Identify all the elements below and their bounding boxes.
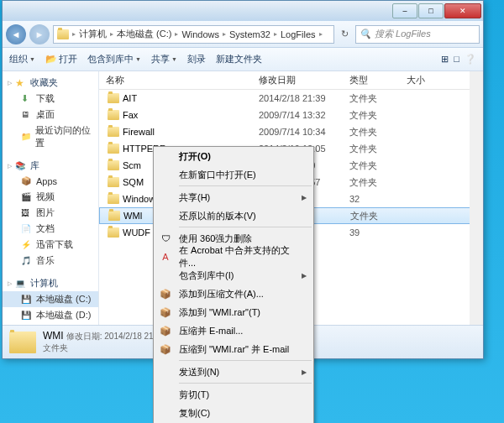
new-folder-button[interactable]: 新建文件夹 [216, 53, 262, 65]
file-name-label: Scm [123, 160, 141, 170]
folder-icon [108, 177, 119, 187]
sidebar-item-xunlei[interactable]: 迅雷下载 [3, 237, 98, 253]
ctx-restore-versions[interactable]: 还原以前的版本(V) [154, 206, 313, 225]
search-icon: 🔍 [360, 29, 371, 39]
sidebar-item-pictures[interactable]: 图片 [3, 205, 98, 221]
sidebar-item-desktop[interactable]: 桌面 [3, 107, 98, 123]
burn-button[interactable]: 刻录 [187, 53, 206, 65]
desktop-icon [21, 109, 33, 121]
library-icon [15, 160, 27, 172]
file-type: 文件夹 [349, 92, 407, 105]
status-name: WMI [43, 330, 64, 342]
file-type: 文件夹 [349, 109, 407, 122]
ctx-compress-email[interactable]: 📦压缩并 E-mail... [154, 321, 313, 340]
folder-icon [108, 127, 119, 137]
ctx-share[interactable]: 共享(H)▶ [154, 188, 313, 206]
star-icon [15, 77, 27, 89]
maximize-button[interactable]: □ [418, 3, 444, 18]
folder-icon [108, 211, 120, 221]
acrobat-icon: A [159, 250, 172, 264]
ctx-open-new-window[interactable]: 在新窗口中打开(E) [154, 165, 313, 184]
ctx-acrobat-combine[interactable]: A在 Acrobat 中合并支持的文件... [154, 248, 313, 266]
include-library-menu[interactable]: 包含到库中▼ [87, 53, 141, 65]
disk-icon [21, 294, 33, 306]
column-name[interactable]: 名称 [99, 74, 259, 86]
folder-icon [108, 227, 119, 238]
ctx-cut[interactable]: 剪切(T) [154, 385, 313, 404]
navbar: ◄ ► ▸ 计算机▸ 本地磁盘 (C:)▸ Windows▸ System32▸… [3, 21, 483, 48]
app-icon [21, 175, 33, 187]
disk-icon [21, 310, 33, 321]
organize-menu[interactable]: 组织▼ [9, 53, 35, 65]
ctx-open[interactable]: 打开(O) [154, 147, 313, 165]
sidebar-item-recent[interactable]: 最近访问的位置 [3, 123, 98, 151]
breadcrumb[interactable]: 本地磁盘 (C:) [113, 26, 175, 43]
context-menu: 打开(O) 在新窗口中打开(E) 共享(H)▶ 还原以前的版本(V) 🛡使用 3… [153, 146, 314, 423]
video-icon [21, 191, 33, 203]
xunlei-icon [21, 239, 33, 251]
file-type: 文件夹 [350, 210, 407, 222]
column-type[interactable]: 类型 [349, 74, 407, 86]
search-input[interactable]: 🔍 搜索 LogFiles [355, 25, 480, 44]
back-button[interactable]: ◄ [6, 24, 26, 44]
file-type: 32 [349, 194, 407, 204]
ctx-send-to[interactable]: 发送到(N)▶ [154, 363, 313, 381]
breadcrumb[interactable]: 计算机 [76, 26, 110, 43]
winrar-icon: 📦 [159, 324, 172, 337]
ctx-compress-rar-email[interactable]: 📦压缩到 "WMI.rar" 并 E-mail [154, 340, 313, 358]
ctx-add-to-rar[interactable]: 📦添加到 "WMI.rar"(T) [154, 303, 313, 321]
file-type: 文件夹 [349, 159, 407, 172]
address-bar[interactable]: ▸ 计算机▸ 本地磁盘 (C:)▸ Windows▸ System32▸ Log… [53, 25, 334, 44]
file-name-label: SQM [123, 177, 144, 187]
ctx-include-library[interactable]: 包含到库中(I)▶ [154, 266, 313, 285]
sidebar-item-downloads[interactable]: 下载 [3, 91, 98, 107]
sidebar-item-videos[interactable]: 视频 [3, 189, 98, 205]
search-placeholder: 搜索 LogFiles [375, 28, 431, 40]
folder-icon [57, 29, 69, 39]
refresh-button[interactable]: ↻ [338, 29, 352, 39]
ctx-add-to-archive[interactable]: 📦添加到压缩文件(A)... [154, 285, 313, 303]
minimize-button[interactable]: – [392, 3, 417, 18]
status-type: 文件夹 [43, 342, 155, 354]
file-row[interactable]: Firewall2009/7/14 10:34文件夹 [99, 123, 483, 140]
document-icon [21, 223, 33, 235]
forward-button[interactable]: ► [29, 24, 50, 44]
file-type: 39 [349, 227, 407, 238]
close-button[interactable]: ✕ [444, 3, 481, 18]
toolbar: 组织▼ 📂打开 包含到库中▼ 共享▼ 刻录 新建文件夹 ⊞ □ ❔ [3, 48, 483, 71]
sidebar-item-music[interactable]: 音乐 [3, 253, 98, 269]
breadcrumb[interactable]: LogFiles [277, 26, 319, 43]
sidebar-item-disk-c[interactable]: 本地磁盘 (C:) [3, 291, 98, 307]
share-menu[interactable]: 共享▼ [151, 53, 177, 65]
folder-icon [108, 93, 119, 103]
folder-icon [108, 160, 119, 170]
view-button[interactable]: ⊞ [441, 54, 449, 65]
sidebar: ▷收藏夹 下载 桌面 最近访问的位置 ▷库 Apps 视频 图片 文档 迅雷下载… [3, 71, 99, 325]
sidebar-item-apps[interactable]: Apps [3, 174, 98, 189]
column-headers[interactable]: 名称 修改日期 类型 大小 [99, 71, 483, 90]
column-date[interactable]: 修改日期 [259, 74, 349, 86]
winrar-icon: 📦 [159, 342, 172, 356]
sidebar-favorites[interactable]: ▷收藏夹 [3, 75, 98, 91]
sidebar-computer[interactable]: ▷计算机 [3, 275, 98, 291]
file-name-label: Firewall [123, 127, 155, 137]
open-button[interactable]: 📂打开 [45, 53, 77, 65]
ctx-copy[interactable]: 复制(C) [154, 404, 313, 422]
breadcrumb[interactable]: System32 [226, 26, 274, 43]
winrar-icon: 📦 [159, 306, 172, 319]
computer-icon [15, 278, 27, 290]
sidebar-item-disk-d[interactable]: 本地磁盘 (D:) [3, 307, 98, 323]
scrollbar[interactable] [470, 71, 483, 325]
file-date: 2009/7/14 13:32 [259, 110, 349, 120]
winrar-icon: 📦 [159, 287, 172, 300]
preview-button[interactable]: □ [454, 54, 459, 65]
sidebar-libraries[interactable]: ▷库 [3, 158, 98, 174]
breadcrumb[interactable]: Windows [178, 26, 223, 43]
sidebar-item-documents[interactable]: 文档 [3, 221, 98, 237]
help-button[interactable]: ❔ [465, 54, 476, 65]
file-type: 文件夹 [349, 126, 407, 138]
file-name-label: WMI [123, 211, 143, 221]
file-row[interactable]: Fax2009/7/14 13:32文件夹 [99, 107, 483, 123]
folder-icon [108, 194, 119, 204]
file-row[interactable]: AIT2014/2/18 21:39文件夹 [99, 90, 483, 107]
